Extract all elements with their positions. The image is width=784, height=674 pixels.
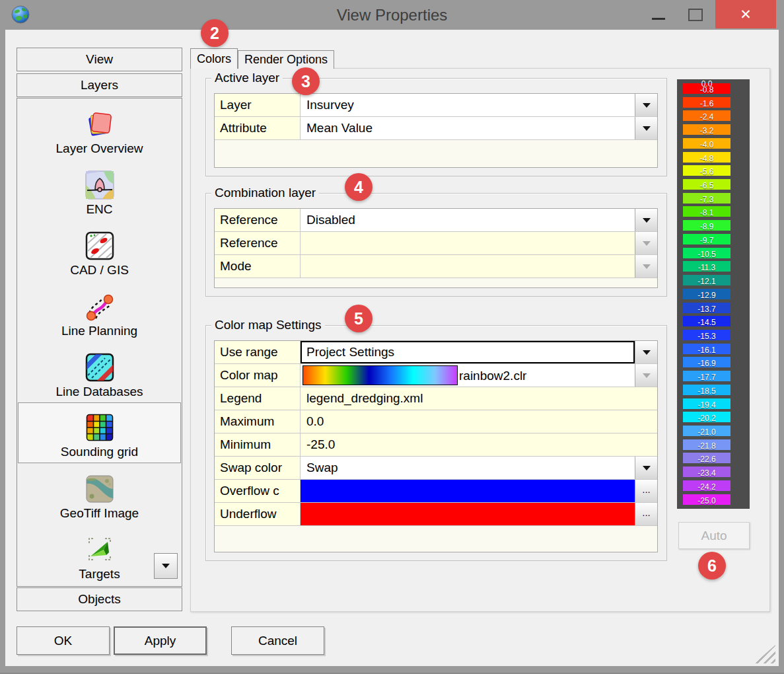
view-properties-dialog: View Properties ✕ View Layers [0,0,784,674]
apply-button[interactable]: Apply [114,626,207,655]
sidebar-item-cad-gis[interactable]: CAD / GIS [17,220,182,281]
legend-bar-value: -21.8 [697,441,715,451]
legend-file-value[interactable]: legend_dredging.xml [301,387,657,410]
legend-bar-value: -6.5 [700,181,714,190]
maximize-button[interactable] [684,5,707,25]
combination-layer-table: Reference Disabled Reference Mode [214,208,658,288]
property-label: Reference [215,232,301,254]
minimum-value[interactable]: -25.0 [301,433,657,456]
property-label: Attribute [215,117,301,139]
sidebar-item-layer-overview[interactable]: Layer Overview [17,98,182,159]
attribute-value[interactable]: Mean Value [301,117,635,139]
property-row: Reference [215,232,657,255]
property-label: Maximum [215,410,301,433]
tab-colors[interactable]: Colors [190,48,238,69]
reference-dropdown-button[interactable] [635,209,657,231]
legend-bar-value: -11.3 [698,263,715,272]
color-legend-panel: 0.0 -0.8 -1.6 -2.4 -3.2 [677,79,750,509]
property-row: Use range Project Settings [215,341,657,364]
legend-bar-value: -24.2 [697,482,715,492]
cancel-button[interactable]: Cancel [231,626,324,655]
layer-dropdown-button[interactable] [635,94,657,116]
targets-icon [84,535,116,564]
sidebar-item-targets[interactable]: Targets [17,524,182,585]
minimize-button[interactable] [647,5,670,25]
auto-button[interactable]: Auto [678,522,750,549]
layers-palette: Layer Overview ENC [17,98,182,587]
annotation-badge-4: 4 [345,173,373,201]
swap-color-value[interactable]: Swap [301,457,635,479]
close-icon: ✕ [740,7,752,22]
legend-bar: -21.0 [683,426,731,436]
sidebar-item-line-databases[interactable]: Line Databases [17,342,182,402]
legend-bar: -12.9 [683,289,731,299]
resize-grip[interactable] [754,645,775,663]
property-row: Layer Insurvey [215,94,657,117]
property-label: Minimum [215,433,301,456]
legend-bar-value: -18.5 [697,387,715,396]
sidebar-item-sounding-grid[interactable]: Sounding grid [18,402,181,463]
legend-bar-value: -16.1 [697,346,715,355]
property-row: Overflow c ... [215,480,657,503]
close-button[interactable]: ✕ [715,0,776,28]
underflow-color-picker-button[interactable]: ... [635,503,657,525]
legend-bar: -18.5 [683,385,731,395]
legend-bar: -20.2 [683,412,731,422]
legend-bar: -16.9 [683,357,731,367]
legend-bar: -23.4 [683,467,731,477]
sidebar-item-label: Line Databases [55,385,143,399]
property-label: Use range [215,341,301,363]
chevron-down-icon [643,126,651,131]
property-row: Legend legend_dredging.xml [215,387,657,410]
chevron-down-icon [643,264,651,269]
annotation-badge-3: 3 [292,67,320,95]
legend-bar: -11.3 [683,261,731,272]
property-label: Mode [215,255,301,278]
legend-bar: -4.0 [683,138,731,149]
sidebar-item-label: CAD / GIS [70,263,129,278]
sidebar-item-geotiff-image[interactable]: GeoTiff Image [17,463,182,524]
tab-render-options[interactable]: Render Options [238,50,334,69]
color-map-value[interactable]: rainbow2.clr [301,364,635,387]
line-databases-icon [85,353,114,382]
mode-value [301,255,635,278]
active-layer-table: Layer Insurvey Attribute Mean Value [214,93,658,168]
legend-bar: -24.2 [683,480,731,491]
maximum-value[interactable]: 0.0 [301,410,657,433]
layer-overview-icon [85,110,114,139]
sidebar-item-label: Layer Overview [56,141,143,156]
use-range-dropdown-button[interactable] [635,341,657,363]
sidebar-button-view[interactable]: View [17,48,182,71]
sidebar-item-enc[interactable]: ENC [17,159,182,220]
overflow-color-picker-button[interactable]: ... [635,480,657,502]
sidebar-button-layers[interactable]: Layers [17,73,182,97]
legend-bar-value: -17.7 [697,373,715,382]
targets-dropdown-button[interactable] [154,553,178,579]
active-layer-group: Active layer Layer Insurvey Attribute Me… [205,78,667,176]
swap-color-dropdown-button[interactable] [635,457,657,479]
property-label: Overflow c [215,480,301,502]
legend-bar: -9.7 [683,234,731,244]
legend-bar-value: -12.9 [697,291,715,300]
property-row: Color map rainbow2.clr [215,364,657,387]
sidebar-item-label: GeoTiff Image [60,506,139,521]
ok-button[interactable]: OK [17,626,110,655]
attribute-dropdown-button[interactable] [635,117,657,139]
sidebar-button-objects[interactable]: Objects [17,587,182,611]
legend-bar-value: -23.4 [697,468,715,478]
underflow-color-swatch[interactable] [301,503,635,525]
legend-bar: -5.6 [683,165,731,176]
legend-bar-value: -3.2 [700,126,714,135]
legend-bar: -4.8 [683,152,731,163]
chevron-down-icon [643,218,651,223]
use-range-value[interactable]: Project Settings [301,341,635,363]
chevron-down-icon [643,350,651,355]
title-bar[interactable]: View Properties ✕ [0,0,784,30]
reference-value[interactable]: Disabled [301,209,635,231]
legend-bar: -7.3 [683,193,731,204]
enc-icon [85,170,114,200]
overflow-color-swatch[interactable] [301,480,635,502]
layer-value[interactable]: Insurvey [301,94,635,116]
sidebar-item-line-planning[interactable]: Line Planning [17,281,182,342]
line-planning-icon [84,293,116,321]
